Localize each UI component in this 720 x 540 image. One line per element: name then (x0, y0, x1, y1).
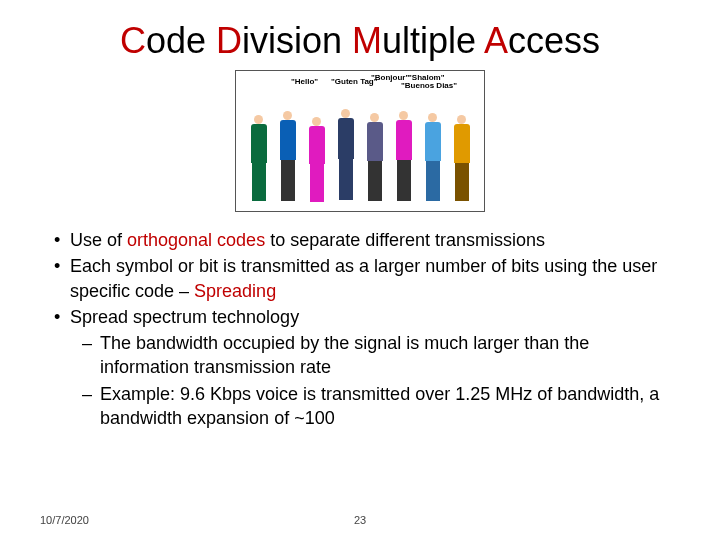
sub-bullet-2: Example: 9.6 Kbps voice is transmitted o… (70, 382, 680, 431)
bullet-2-pre: Each symbol or bit is transmitted as a l… (70, 256, 657, 300)
bullet-1-post: to separate different transmissions (265, 230, 545, 250)
person-figure (275, 111, 300, 207)
person-figure (246, 115, 271, 207)
person-figure (449, 115, 474, 207)
bullet-2-accent: Spreading (194, 281, 276, 301)
greeting-hello: "Hello" (291, 77, 318, 86)
bullet-2: Each symbol or bit is transmitted as a l… (40, 254, 680, 303)
bullet-1: Use of orthogonal codes to separate diff… (40, 228, 680, 252)
person-figure (333, 109, 358, 207)
person-figure (362, 113, 387, 207)
bullet-3-text: Spread spectrum technology (70, 307, 299, 327)
person-figure (304, 117, 329, 207)
person-figure (391, 111, 416, 207)
slide-title: Code Division Multiple Access (40, 20, 680, 62)
page-number: 23 (354, 514, 366, 526)
bullet-1-pre: Use of (70, 230, 127, 250)
people-illustration: "Hello" "Guten Tag" "Bonjour" "Shalom" "… (235, 70, 485, 212)
footer: 10/7/2020 23 (40, 514, 680, 526)
bullet-1-accent: orthogonal codes (127, 230, 265, 250)
bullet-3: Spread spectrum technology The bandwidth… (40, 305, 680, 430)
sub-bullet-1: The bandwidth occupied by the signal is … (70, 331, 680, 380)
footer-date: 10/7/2020 (40, 514, 89, 526)
people-row (236, 89, 484, 207)
bullet-list: Use of orthogonal codes to separate diff… (40, 228, 680, 430)
sub-bullet-list: The bandwidth occupied by the signal is … (70, 331, 680, 430)
person-figure (420, 113, 445, 207)
